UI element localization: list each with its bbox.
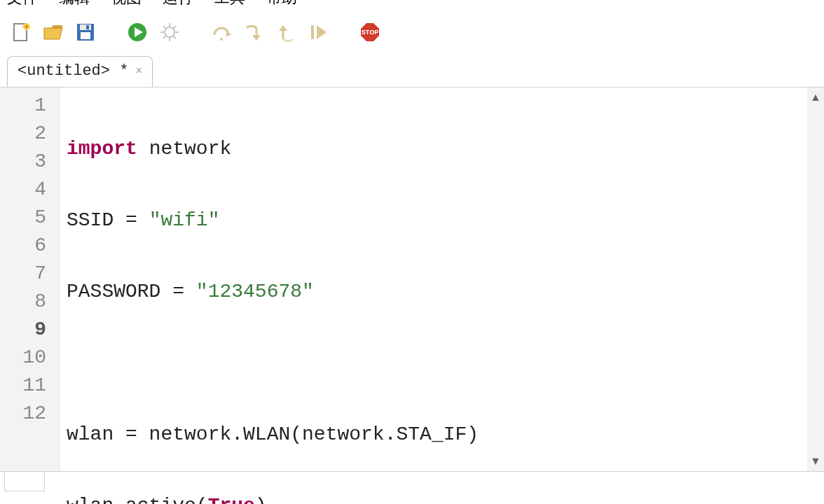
svg-point-11 <box>220 38 223 41</box>
open-file-icon[interactable] <box>42 21 64 43</box>
gutter: 1 2 3 4 5 6 7 8 9 10 11 12 <box>0 88 60 471</box>
debug-icon[interactable] <box>158 21 181 43</box>
tab-label: <untitled> * <box>18 62 128 80</box>
scroll-up-icon[interactable]: ▲ <box>810 92 821 103</box>
line-number: 3 <box>7 148 46 176</box>
step-out-icon[interactable] <box>275 21 297 43</box>
menubar: 文件 编辑 视图 运行 工具 帮助 <box>0 0 824 13</box>
svg-rect-14 <box>311 25 314 39</box>
line-number: 8 <box>7 288 46 316</box>
svg-point-9 <box>165 27 174 37</box>
svg-marker-12 <box>252 35 261 41</box>
svg-rect-4 <box>80 24 91 30</box>
menu-view[interactable]: 视图 <box>111 0 142 8</box>
line-number: 4 <box>7 176 46 204</box>
line-number: 6 <box>7 232 46 260</box>
vertical-scrollbar[interactable]: ▲ ▼ <box>807 88 824 471</box>
step-over-icon[interactable] <box>210 21 233 43</box>
svg-rect-6 <box>86 25 89 29</box>
menu-help[interactable]: 帮助 <box>266 0 297 8</box>
svg-marker-13 <box>279 25 287 31</box>
tab-untitled[interactable]: <untitled> * × <box>7 56 153 87</box>
line-number: 12 <box>7 400 46 428</box>
resume-icon[interactable] <box>307 21 329 43</box>
menu-edit[interactable]: 编辑 <box>59 0 90 8</box>
line-number: 11 <box>7 372 46 400</box>
step-into-icon[interactable] <box>242 21 265 43</box>
status-cell <box>4 472 45 491</box>
svg-rect-5 <box>81 32 90 39</box>
svg-marker-15 <box>317 25 327 39</box>
line-number: 2 <box>7 120 46 148</box>
line-number: 7 <box>7 260 46 288</box>
scroll-down-icon[interactable]: ▼ <box>810 456 821 467</box>
code-area[interactable]: import network SSID = "wifi" PASSWORD = … <box>60 88 807 471</box>
line-number: 10 <box>7 344 46 372</box>
menu-run[interactable]: 运行 <box>163 0 193 8</box>
tabbar: <untitled> * × <box>0 55 824 87</box>
run-icon[interactable] <box>126 21 149 43</box>
line-number: 5 <box>7 204 46 232</box>
line-number: 9 <box>7 316 46 344</box>
new-file-icon[interactable] <box>10 21 32 43</box>
line-number: 1 <box>7 92 46 120</box>
menu-tools[interactable]: 工具 <box>214 0 245 8</box>
save-file-icon[interactable] <box>74 21 97 43</box>
tab-close-icon[interactable]: × <box>135 66 142 77</box>
menu-file[interactable]: 文件 <box>7 0 38 8</box>
svg-text:STOP: STOP <box>362 29 378 36</box>
editor: 1 2 3 4 5 6 7 8 9 10 11 12 import networ… <box>0 87 824 471</box>
toolbar: STOP <box>0 13 824 55</box>
stop-icon[interactable]: STOP <box>359 21 381 43</box>
